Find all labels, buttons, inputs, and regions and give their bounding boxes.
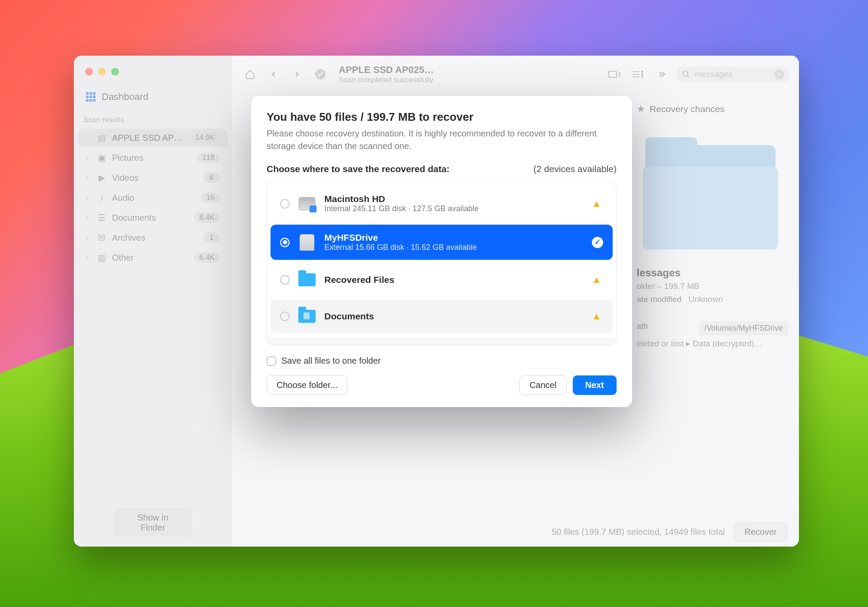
document-icon: ☰ — [96, 213, 107, 222]
forward-button[interactable] — [288, 66, 306, 83]
radio-button[interactable] — [280, 199, 290, 209]
save-all-one-folder-option[interactable]: Save all files to one folder — [267, 356, 617, 366]
checkbox[interactable] — [267, 356, 276, 366]
recover-button[interactable]: Recover — [734, 522, 788, 542]
group-by-button[interactable] — [606, 66, 624, 83]
back-button[interactable] — [265, 66, 282, 83]
search-input[interactable]: messages ✕ — [677, 67, 789, 82]
selection-summary: 50 files (199.7 MB) selected, 14949 file… — [551, 527, 725, 537]
folder-preview-icon — [643, 141, 782, 249]
chevron-right-icon: › — [86, 254, 91, 262]
details-path-chip: /Volumes/MyHFSDrive — [700, 322, 788, 335]
destination-meta: Internal 245.11 GB disk · 127.5 GB avail… — [324, 204, 582, 213]
count-badge: 1 — [203, 232, 220, 243]
sidebar-item-label: Videos — [112, 173, 198, 183]
sidebar-item-label: APPLE SSD AP0… — [112, 133, 185, 143]
sidebar-item-label: Pictures — [112, 153, 192, 163]
destination-myhfsdrive[interactable]: MyHFSDrive External 15.66 GB disk · 15.6… — [271, 225, 613, 260]
save-all-label: Save all files to one folder — [281, 356, 381, 366]
details-name: lessages — [637, 267, 788, 279]
sidebar-item-other[interactable]: › ▥ Other 6.4K — [78, 249, 228, 267]
count-badge: 6.4K — [194, 252, 220, 263]
search-value: messages — [695, 70, 770, 79]
warning-icon: ▲ — [590, 198, 603, 209]
choose-folder-button[interactable]: Choose folder... — [267, 375, 347, 395]
selected-check-icon: ✓ — [592, 237, 603, 248]
next-button[interactable]: Next — [573, 375, 617, 395]
details-pane: ★ Recovery chances lessages older – 199.… — [625, 93, 799, 517]
video-icon: ▶ — [96, 173, 107, 182]
sidebar-item-pictures[interactable]: › ▣ Pictures 118 — [78, 149, 228, 167]
cancel-button[interactable]: Cancel — [519, 375, 566, 395]
maximize-window-button[interactable] — [111, 68, 119, 76]
close-window-button[interactable] — [85, 68, 93, 76]
file-icon: ▥ — [96, 253, 107, 262]
details-status-line: eleted or lost ▸ Data (decrypted)… — [637, 338, 788, 348]
toolbar-subtitle: Scan completed successfully — [339, 76, 460, 84]
destination-name: MyHFSDrive — [324, 232, 584, 243]
destination-name: Recovered Files — [324, 275, 582, 285]
dialog-title: You have 50 files / 199.7 MB to recover — [267, 110, 617, 124]
chevron-right-icon: › — [86, 234, 91, 242]
devices-available-label: (2 devices available) — [534, 164, 617, 174]
internal-disk-icon — [297, 195, 317, 212]
radio-button[interactable] — [280, 312, 290, 321]
count-badge: 16 — [201, 192, 220, 203]
status-check-icon — [312, 66, 329, 83]
sidebar-item-label: Other — [112, 253, 189, 263]
sidebar-item-audio[interactable]: › ♪ Audio 16 — [78, 189, 228, 207]
destination-macintosh-hd[interactable]: Macintosh HD Internal 245.11 GB disk · 1… — [271, 186, 613, 221]
count-badge: 14.9K — [190, 133, 220, 143]
svg-point-4 — [642, 76, 643, 78]
window-traffic-lights[interactable] — [74, 64, 232, 87]
audio-icon: ♪ — [96, 193, 107, 202]
clear-search-button[interactable]: ✕ — [775, 70, 784, 79]
radio-button[interactable] — [280, 275, 290, 285]
toolbar: APPLE SSD AP025… Scan completed successf… — [232, 56, 799, 93]
sidebar-item-videos[interactable]: › ▶ Videos 6 — [78, 169, 228, 187]
details-kind: older – 199.7 MB — [637, 282, 788, 291]
sidebar-item-label: Audio — [112, 193, 196, 203]
count-badge: 118 — [197, 153, 220, 163]
image-icon: ▣ — [96, 153, 107, 162]
destination-documents[interactable]: Documents ▲ — [271, 300, 613, 333]
minimize-window-button[interactable] — [98, 68, 106, 76]
sidebar-item-label: Archives — [112, 233, 198, 243]
details-modified-label: ate modified — [637, 295, 682, 304]
warning-icon: ▲ — [590, 274, 603, 285]
view-mode-button[interactable] — [630, 66, 647, 83]
show-in-finder-button[interactable]: Show in Finder — [113, 508, 192, 537]
count-badge: 8.4K — [194, 212, 220, 223]
dashboard-label: Dashboard — [102, 91, 149, 103]
details-path-label: ath — [637, 322, 648, 335]
sidebar-item-label: Documents — [112, 213, 189, 223]
home-button[interactable] — [241, 66, 259, 83]
chevron-right-icon: › — [86, 174, 91, 182]
list-overflow-stub — [267, 337, 616, 345]
sidebar-section-label: Scan results — [74, 113, 232, 128]
folder-icon — [297, 271, 317, 289]
dashboard-link[interactable]: Dashboard — [74, 87, 232, 113]
svg-rect-1 — [609, 71, 617, 77]
archive-icon: ☒ — [96, 233, 107, 242]
chevron-right-icon: › — [86, 154, 91, 162]
svg-point-2 — [642, 71, 643, 73]
sidebar: Dashboard Scan results ▤ APPLE SSD AP0… … — [74, 56, 232, 547]
toolbar-title: APPLE SSD AP025… — [339, 64, 460, 76]
external-disk-icon — [297, 234, 317, 251]
overflow-button[interactable] — [653, 66, 670, 83]
destination-list: Macintosh HD Internal 245.11 GB disk · 1… — [267, 182, 617, 345]
svg-point-3 — [642, 74, 643, 75]
dashboard-icon — [86, 92, 96, 102]
sidebar-item-archives[interactable]: › ☒ Archives 1 — [78, 229, 228, 247]
dialog-description: Please choose recovery destination. It i… — [267, 127, 617, 153]
count-badge: 6 — [203, 172, 220, 183]
radio-button[interactable] — [280, 238, 290, 247]
destination-recovered-files[interactable]: Recovered Files ▲ — [271, 263, 613, 296]
sidebar-item-documents[interactable]: › ☰ Documents 8.4K — [78, 209, 228, 227]
chevron-right-icon: › — [86, 194, 91, 202]
sidebar-item-disk[interactable]: ▤ APPLE SSD AP0… 14.9K — [78, 129, 228, 147]
recovery-chances-row[interactable]: ★ Recovery chances — [637, 103, 788, 115]
footer-bar: 50 files (199.7 MB) selected, 14949 file… — [232, 517, 799, 547]
search-icon — [682, 70, 690, 79]
